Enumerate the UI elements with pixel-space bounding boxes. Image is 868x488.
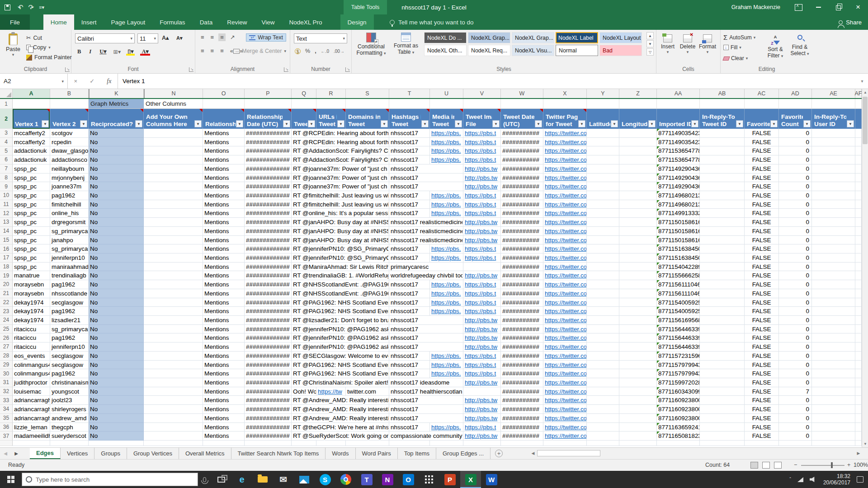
row-number[interactable]: 30	[0, 369, 13, 378]
cell[interactable]	[855, 441, 862, 446]
cell-V7[interactable]: http://pbs.tw	[463, 164, 501, 174]
cell-T9[interactable]: nhsscot17	[389, 182, 430, 191]
cell-Y35[interactable]	[587, 414, 619, 423]
cell-Q36[interactable]: RT @theGCPH: We're here at #nhssc	[292, 423, 316, 432]
column-letter-Q[interactable]: Q	[292, 89, 316, 98]
cell-AC10[interactable]: FALSE	[745, 191, 779, 200]
cell-K17[interactable]: No	[89, 253, 144, 263]
cell-AB4[interactable]	[700, 138, 745, 147]
cell-AA26[interactable]: 877115644633911296	[657, 333, 700, 343]
cell-Y6[interactable]	[587, 155, 619, 164]
cell-AE4[interactable]	[812, 138, 855, 147]
percent-style-icon[interactable]: %	[305, 48, 310, 54]
taskbar-search-input[interactable]: Type here to search	[22, 473, 198, 486]
hyperlink[interactable]: https://pbs.t	[465, 352, 496, 359]
header-cell-Z[interactable]: Longitude▼	[619, 109, 657, 129]
cell-O34[interactable]: Mentions	[203, 405, 245, 414]
cell-P21[interactable]: #############	[245, 289, 292, 298]
cell-T31[interactable]: nhsscot17 ideasdome	[389, 378, 430, 387]
cell-N20[interactable]	[144, 280, 203, 289]
hyperlink[interactable]: http://pbs.tw	[465, 406, 497, 413]
task-view-button[interactable]	[211, 471, 231, 488]
row-number[interactable]: 16	[0, 244, 13, 253]
cell-Y15[interactable]	[587, 236, 619, 245]
cell-AE27[interactable]	[812, 343, 855, 352]
cell-AA3[interactable]: 877114903542333440	[657, 129, 700, 138]
cell-O13[interactable]: Mentions	[203, 218, 245, 227]
cell-AF14[interactable]	[855, 227, 862, 236]
clear-button[interactable]: Clear ▾	[723, 55, 748, 61]
cell[interactable]	[700, 441, 745, 446]
cell-AF10[interactable]	[855, 191, 862, 200]
cell-AE18[interactable]	[812, 263, 855, 272]
cell-O8[interactable]: Mentions	[203, 174, 245, 183]
cell-T37[interactable]: compassionate community	[389, 432, 430, 441]
cell-AD20[interactable]: 0	[779, 280, 812, 289]
hyperlink[interactable]: https://twitter.com/#!/dekay1974/statu	[545, 299, 587, 306]
cell-AC17[interactable]: FALSE	[745, 253, 779, 263]
cell-AC34[interactable]: FALSE	[745, 405, 779, 414]
hyperlink[interactable]: https://pbs.	[431, 147, 461, 154]
cell[interactable]	[50, 441, 89, 446]
cell-W33[interactable]: ###########	[501, 396, 543, 405]
hyperlink[interactable]: https://pbs.t	[465, 201, 496, 208]
decrease-decimal-icon[interactable]: .00→	[334, 49, 344, 54]
hyperlink[interactable]: https://twitter.com/#!/colinmangus47/s	[545, 370, 587, 377]
column-letter-U[interactable]: U	[430, 89, 463, 98]
expand-formula-bar-button[interactable]: ▾	[856, 74, 868, 89]
style-item[interactable]: NodeXL Label	[556, 32, 598, 43]
header-cell-Y[interactable]: Latitude▼	[587, 109, 619, 129]
cell-AB15[interactable]	[700, 236, 745, 245]
hyperlink[interactable]: https://pbs.t	[465, 254, 496, 261]
cell-T36[interactable]: nhsscot17	[389, 423, 430, 432]
cell-AC24[interactable]: FALSE	[745, 316, 779, 325]
row-number[interactable]: 26	[0, 333, 13, 343]
cell-AD29[interactable]: 0	[779, 361, 812, 370]
cell-O11[interactable]: Mentions	[203, 200, 245, 209]
cell-A37[interactable]: madameeilidh	[13, 432, 50, 441]
cell-A29[interactable]: colinmangus4	[13, 361, 50, 370]
hyperlink[interactable]: https://twitter.com/#!/spsp_pc/status/8	[545, 237, 587, 244]
cell-AD28[interactable]: 0	[779, 352, 812, 361]
cell-AC1[interactable]	[745, 99, 779, 109]
sheet-tab-edges[interactable]: Edges	[30, 448, 61, 459]
style-item[interactable]: Normal	[556, 45, 598, 56]
hyperlink[interactable]: https://twitter.com/#!/moraysebn/statu	[545, 290, 587, 297]
cell-AB35[interactable]	[700, 414, 745, 423]
cell-AB7[interactable]	[700, 164, 745, 174]
cell-Y11[interactable]	[587, 200, 619, 209]
cell-AB22[interactable]	[700, 298, 745, 307]
cell-A26[interactable]: ritaciccu	[13, 333, 50, 343]
cell-AA31[interactable]: 877115997202898944	[657, 378, 700, 387]
cell-AC21[interactable]: FALSE	[745, 289, 779, 298]
file-explorer-icon[interactable]	[252, 471, 273, 488]
cell-V25[interactable]: http://pbs.tw	[463, 325, 501, 334]
row-number[interactable]: 8	[0, 174, 13, 183]
cell-N1[interactable]: Other Columns	[144, 99, 203, 109]
cell-AF8[interactable]	[855, 174, 862, 183]
cell-Y20[interactable]	[587, 280, 619, 289]
cell-AE14[interactable]	[812, 227, 855, 236]
cell-AD4[interactable]: 0	[779, 138, 812, 147]
hyperlink[interactable]: https://twitter.com/#!/spsp_pc/status/8	[545, 219, 587, 225]
cell-P20[interactable]: #############	[245, 280, 292, 289]
sheet-tab-overall-metrics[interactable]: Overall Metrics	[179, 448, 231, 459]
cell-T6[interactable]: nhsscot17	[389, 155, 430, 164]
cell-AB5[interactable]	[700, 146, 745, 155]
cell-N9[interactable]	[144, 182, 203, 191]
cell-Q4[interactable]: RT @RCPEdin: Hearing about forthc	[292, 138, 316, 147]
cell-A12[interactable]: spsp_pc	[13, 209, 50, 218]
orientation-icon[interactable]: ↗	[228, 33, 237, 41]
cell-X10[interactable]: https://twitter.com/#!/spsp_pc/status/8	[543, 191, 587, 200]
header-cell-V[interactable]: Tweet ImageFile▼	[463, 109, 501, 129]
hyperlink[interactable]: http://pbs.tw	[465, 219, 497, 225]
cell-Y14[interactable]	[587, 227, 619, 236]
cell[interactable]	[144, 441, 203, 446]
cell-W16[interactable]: ###########	[501, 244, 543, 253]
cell-Z1[interactable]	[619, 99, 657, 109]
cell-X7[interactable]: https://twitter.com/#!/spsp_pc/status/8	[543, 164, 587, 174]
number-dialog-launcher[interactable]: ↘	[345, 67, 350, 72]
cell-AF16[interactable]	[855, 244, 862, 253]
cell-W31[interactable]: ###########	[501, 378, 543, 387]
cell-AB36[interactable]	[700, 423, 745, 432]
